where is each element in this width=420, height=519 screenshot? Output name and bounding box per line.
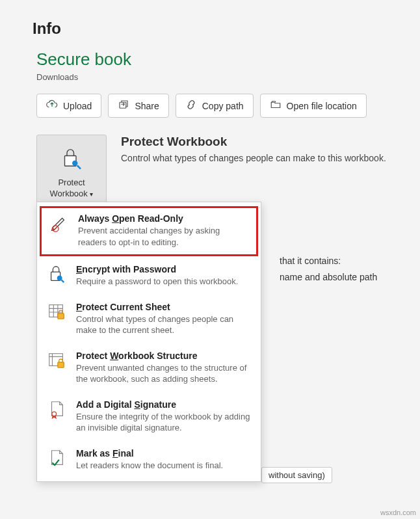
folder-icon — [270, 99, 282, 113]
link-icon — [185, 99, 197, 113]
menu-item-title: Add a Digital Signature — [76, 399, 252, 410]
protect-workbook-button[interactable]: Protect Workbook ▾ — [36, 135, 107, 207]
menu-add-digital-signature[interactable]: Add a Digital Signature Ensure the integ… — [37, 393, 261, 442]
copy-path-button[interactable]: Copy path — [176, 94, 254, 118]
background-text: that it contains: — [280, 256, 341, 266]
action-bar: Upload Share Copy path Open file locatio… — [0, 94, 420, 118]
menu-item-desc: Let readers know the document is final. — [76, 460, 223, 472]
svg-rect-9 — [58, 362, 64, 367]
share-button[interactable]: Share — [108, 94, 168, 118]
menu-item-title: Protect Current Sheet — [76, 302, 252, 312]
share-icon — [118, 99, 129, 113]
watermark: wsxdn.com — [380, 509, 416, 516]
menu-item-desc: Prevent accidental changes by asking rea… — [78, 225, 250, 248]
menu-encrypt-password[interactable]: Encrypt with Password Require a password… — [37, 258, 261, 295]
menu-item-desc: Control what types of changes people can… — [76, 313, 252, 336]
menu-protect-workbook-structure[interactable]: Protect Workbook Structure Prevent unwan… — [37, 344, 261, 393]
svg-point-2 — [73, 161, 77, 165]
menu-item-title: Always Open Read-Only — [78, 213, 250, 224]
sheet-lock-icon — [46, 302, 67, 321]
svg-rect-7 — [58, 313, 64, 318]
menu-mark-as-final[interactable]: Mark as Final Let readers know the docum… — [37, 442, 261, 479]
svg-point-5 — [57, 276, 62, 280]
menu-item-desc: Prevent unwanted changes to the structur… — [76, 362, 252, 385]
open-location-label: Open file location — [287, 101, 357, 111]
document-title: Secure book — [0, 49, 420, 71]
document-location: Downloads — [0, 71, 420, 94]
protect-desc: Control what types of changes people can… — [121, 153, 386, 163]
lock-key-icon — [46, 264, 67, 284]
menu-always-open-read-only[interactable]: Always Open Read-Only Prevent accidental… — [40, 206, 258, 256]
page-title: Info — [0, 0, 420, 49]
menu-item-title: Protect Workbook Structure — [76, 351, 252, 361]
menu-item-desc: Require a password to open this workbook… — [76, 276, 238, 287]
menu-item-desc: Ensure the integrity of the workbook by … — [76, 411, 252, 434]
menu-protect-current-sheet[interactable]: Protect Current Sheet Control what types… — [37, 295, 261, 344]
background-button-partial[interactable]: without saving) — [261, 467, 332, 483]
protect-workbook-menu: Always Open Read-Only Prevent accidental… — [36, 202, 261, 482]
menu-item-title: Encrypt with Password — [76, 264, 238, 274]
share-label: Share — [135, 101, 159, 111]
workbook-lock-icon — [46, 351, 67, 370]
lock-key-icon — [58, 144, 85, 174]
protect-section-text: Protect Workbook Control what types of c… — [121, 135, 386, 163]
background-text: name and absolute path — [280, 272, 377, 282]
protect-heading: Protect Workbook — [121, 135, 386, 149]
open-location-button[interactable]: Open file location — [260, 94, 367, 118]
menu-item-title: Mark as Final — [76, 448, 223, 459]
chevron-down-icon: ▾ — [90, 191, 93, 198]
document-ribbon-icon — [46, 399, 67, 419]
upload-icon — [46, 99, 58, 113]
upload-label: Upload — [63, 101, 92, 111]
protect-button-label: Protect Workbook ▾ — [50, 178, 94, 200]
document-check-icon — [46, 448, 67, 468]
upload-button[interactable]: Upload — [36, 94, 101, 118]
protect-section: Protect Workbook ▾ Protect Workbook Cont… — [0, 135, 420, 207]
copy-path-label: Copy path — [202, 101, 244, 111]
pencil-readonly-icon — [48, 213, 69, 233]
svg-rect-0 — [120, 102, 126, 108]
